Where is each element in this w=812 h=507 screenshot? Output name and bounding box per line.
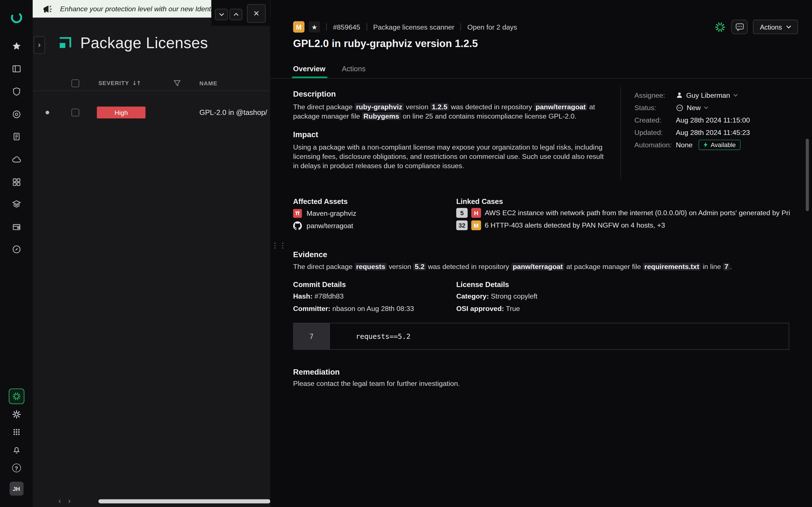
commit-hash: Hash: #78fdh83: [293, 292, 344, 300]
announcement-icon: [42, 3, 53, 14]
sort-icon[interactable]: ↓↑: [132, 80, 141, 87]
evidence-heading: Evidence: [293, 250, 327, 259]
table-header: SEVERITY ↓↑ NAME: [33, 75, 270, 91]
favorites-icon[interactable]: [11, 41, 21, 51]
license-details-heading: License Details: [456, 281, 509, 289]
committer-label: Committer:: [293, 305, 331, 313]
panel-header: Package Licenses: [57, 34, 208, 52]
status-label: Status:: [635, 104, 676, 112]
github-icon: [293, 221, 302, 230]
app-root: ? JH Enhance your protection level with …: [0, 0, 812, 507]
status-row: Status: New: [635, 101, 810, 114]
notifications-bell-icon[interactable]: [11, 445, 21, 454]
chevron-up-icon: [233, 13, 238, 16]
modules-icon[interactable]: [11, 177, 21, 187]
assignee-row: Assignee: Guy Liberman: [635, 89, 810, 101]
automation-hub-icon-selected[interactable]: [8, 388, 24, 404]
sidebar: ? JH: [0, 0, 33, 507]
pager: ‹ ›: [59, 497, 71, 505]
assignee-dropdown[interactable]: Guy Liberman: [676, 91, 738, 99]
select-all-checkbox[interactable]: [71, 79, 79, 87]
vertical-scrollbar[interactable]: [806, 138, 809, 211]
automation-sunburst-icon[interactable]: [714, 21, 726, 33]
assignee-label: Assignee:: [635, 91, 676, 99]
horizontal-scrollbar[interactable]: [98, 499, 270, 503]
user-avatar[interactable]: JH: [9, 482, 23, 496]
target-icon[interactable]: [11, 110, 21, 119]
created-label: Created:: [635, 116, 676, 124]
issue-name[interactable]: GPL-2.0 in @tashop/: [199, 108, 267, 116]
asset-label[interactable]: panw/terragoat: [306, 222, 353, 230]
committer: Committer: nbason on Aug 28th 08:33: [293, 305, 414, 313]
tab-actions[interactable]: Actions: [342, 65, 365, 73]
created-row: Created: Aug 28th 2024 11:15:00: [635, 114, 810, 126]
impact-text: Using a package with a non-compliant lic…: [293, 143, 604, 171]
osi-approved: OSI approved: True: [456, 305, 520, 313]
status-new-icon: [676, 104, 684, 112]
severity-medium-chip: M: [293, 21, 305, 33]
tab-bar: Overview Actions: [270, 64, 812, 78]
avatar-initials: JH: [13, 486, 20, 492]
affected-asset-item[interactable]: panw/terragoat: [293, 221, 353, 230]
table-row[interactable]: High GPL-2.0 in @tashop/: [33, 101, 270, 124]
settings-gear-icon[interactable]: [11, 410, 21, 419]
row-checkbox[interactable]: [71, 109, 79, 117]
report-icon[interactable]: [11, 132, 21, 141]
name-column-header[interactable]: NAME: [199, 80, 217, 86]
filter-funnel-icon[interactable]: [173, 80, 181, 87]
chevron-down-icon: [704, 106, 709, 109]
case-title[interactable]: 6 HTTP-403 alerts detected by PAN NGFW o…: [485, 221, 665, 229]
package-licenses-panel: › Package Licenses SEVERITY ↓↑ NAME High…: [33, 17, 270, 507]
automation-row: Automation: None Available: [635, 138, 810, 151]
cases-board-icon[interactable]: [11, 64, 21, 73]
drag-handle[interactable]: ⋮⋮: [271, 241, 287, 249]
favorite-star-button[interactable]: ★: [309, 21, 320, 33]
automation-badge-label: Available: [711, 141, 736, 149]
automation-available-badge[interactable]: Available: [699, 140, 741, 150]
actions-button[interactable]: Actions: [753, 20, 798, 34]
comments-button[interactable]: [731, 20, 748, 34]
linked-case-item[interactable]: 5 H AWS EC2 instance with network path f…: [456, 208, 790, 218]
description-heading: Description: [293, 90, 336, 98]
code-line-content: requests==5.2: [330, 323, 789, 349]
brand-logo-icon[interactable]: [10, 11, 23, 24]
tab-overview[interactable]: Overview: [293, 65, 325, 73]
case-title[interactable]: AWS EC2 instance with network path from …: [485, 209, 790, 217]
expand-drawer-button[interactable]: [230, 9, 243, 20]
case-id: #859645: [333, 23, 360, 31]
open-duration: Open for 2 days: [467, 23, 517, 31]
issue-title: GPL2.0 in ruby-graphviz version 1.2.5: [293, 38, 478, 50]
help-icon[interactable]: ?: [12, 464, 20, 472]
linked-case-item[interactable]: 32 M 6 HTTP-403 alerts detected by PAN N…: [456, 220, 790, 230]
category-label: Category:: [456, 292, 489, 300]
osi-label: OSI approved:: [456, 305, 504, 313]
close-icon: ×: [253, 8, 259, 19]
layers-icon[interactable]: [11, 200, 21, 209]
divider: [326, 23, 327, 31]
asset-label[interactable]: Maven-graphviz: [306, 209, 356, 217]
shield-icon[interactable]: [11, 87, 21, 96]
close-drawer-button[interactable]: ×: [247, 4, 266, 23]
code-line-number: 7: [294, 323, 330, 349]
compass-icon[interactable]: [11, 245, 21, 254]
cloud-icon[interactable]: [11, 155, 21, 165]
updated-value: Aug 28th 2024 11:45:23: [676, 128, 750, 136]
severity-column-header[interactable]: SEVERITY: [98, 80, 129, 86]
pager-prev-icon[interactable]: ‹: [59, 497, 61, 505]
apps-grid-icon[interactable]: [12, 428, 20, 436]
maven-icon: [293, 209, 302, 217]
pager-next-icon[interactable]: ›: [68, 497, 71, 505]
description-text: The direct package ruby-graphviz version…: [293, 103, 609, 121]
severity-badge: High: [97, 107, 146, 118]
panel-collapse-button[interactable]: ›: [34, 36, 45, 54]
affected-asset-item[interactable]: Maven-graphviz: [293, 209, 356, 218]
panel-collapse-chevron-icon: ›: [38, 40, 41, 50]
updated-row: Updated: Aug 28th 2024 11:45:23: [635, 126, 810, 138]
wallet-icon[interactable]: [11, 223, 21, 232]
automation-value: None: [676, 141, 693, 149]
created-value: Aug 28th 2024 11:15:00: [676, 116, 750, 124]
collapse-drawer-button[interactable]: [215, 9, 228, 20]
updated-label: Updated:: [635, 128, 676, 136]
affected-assets-heading: Affected Assets: [293, 197, 348, 205]
status-dropdown[interactable]: New: [676, 104, 709, 112]
